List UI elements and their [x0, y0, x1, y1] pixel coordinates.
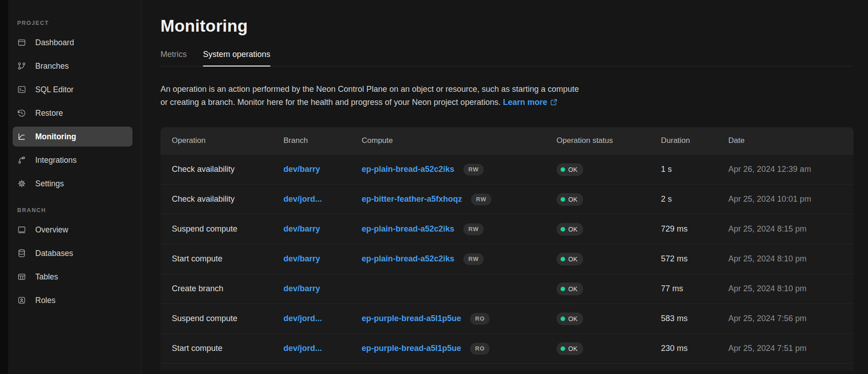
column-header-branch: Branch — [283, 136, 362, 145]
left-rail — [0, 0, 8, 374]
compute-mode-badge: RW — [463, 164, 484, 175]
compute-link[interactable]: ep-plain-bread-a52c2iks — [362, 224, 454, 234]
branch-link[interactable]: dev/barry — [283, 254, 320, 263]
branch-link[interactable]: dev/jord... — [283, 344, 322, 353]
status-dot-icon — [561, 227, 565, 232]
table-row: Create branch dev/barry OK 77 ms Apr 25,… — [160, 274, 854, 303]
sidebar: PROJECT Dashboard Branches SQL Editor Re… — [8, 0, 141, 374]
sidebar-item-sql-editor[interactable]: SQL Editor — [13, 80, 132, 99]
operations-table: Operation Branch Compute Operation statu… — [160, 127, 854, 370]
learn-more-link[interactable]: Learn more — [503, 98, 547, 107]
sidebar-section-items: Dashboard Branches SQL Editor Restore Mo… — [13, 33, 132, 194]
duration-cell: 230 ms — [661, 344, 728, 353]
branch-link[interactable]: dev/barry — [283, 224, 320, 233]
compute-cell: ep-purple-bread-a5l1p5ue RO — [362, 343, 557, 355]
compute-link[interactable]: ep-purple-bread-a5l1p5ue — [362, 344, 461, 353]
compute-cell: ep-plain-bread-a52c2iks RW — [362, 164, 557, 175]
sidebar-item-settings[interactable]: Settings — [13, 174, 132, 194]
main-content: Monitoring Metrics System operations An … — [141, 0, 868, 374]
status-badge: OK — [557, 253, 583, 265]
sidebar-item-integrations[interactable]: Integrations — [13, 150, 132, 170]
tab-system-operations[interactable]: System operations — [203, 50, 270, 66]
dashboard-icon — [17, 38, 26, 47]
restore-icon — [17, 109, 26, 118]
sidebar-section-label: PROJECT — [17, 20, 132, 26]
sidebar-item-databases[interactable]: Databases — [13, 243, 132, 263]
compute-link[interactable]: ep-plain-bread-a52c2iks — [362, 165, 454, 174]
compute-cell: ep-purple-bread-a5l1p5ue RO — [362, 313, 557, 325]
table-row: Start compute dev/jord... ep-purple-brea… — [160, 333, 854, 363]
branch-link[interactable]: dev/jord... — [283, 314, 322, 323]
sidebar-item-roles[interactable]: Roles — [13, 290, 132, 310]
sidebar-item-label: Branches — [35, 62, 69, 71]
operation-cell: Suspend compute — [160, 224, 283, 234]
table-row: Suspend compute dev/jord... ep-purple-br… — [160, 303, 854, 333]
sidebar-item-label: Settings — [35, 179, 64, 189]
table-row-partial — [160, 363, 854, 370]
branch-cell: dev/barry — [283, 284, 362, 294]
sidebar-section-items: Overview Databases Tables Roles — [13, 220, 132, 310]
external-link-icon — [550, 99, 557, 106]
sidebar-item-overview[interactable]: Overview — [13, 220, 132, 240]
sidebar-item-tables[interactable]: Tables — [13, 267, 132, 287]
sidebar-item-dashboard[interactable]: Dashboard — [13, 33, 132, 52]
status-cell: OK — [557, 193, 661, 206]
date-cell: Apr 25, 2024 7:51 pm — [728, 344, 854, 353]
date-cell: Apr 26, 2024 12:39 am — [728, 165, 854, 174]
sidebar-item-label: Integrations — [35, 156, 76, 165]
status-dot-icon — [561, 287, 565, 291]
sidebar-item-restore[interactable]: Restore — [13, 103, 132, 123]
sidebar-item-label: Restore — [35, 109, 63, 118]
column-header-date: Date — [728, 136, 854, 145]
operation-cell: Check availability — [160, 194, 283, 204]
duration-cell: 729 ms — [661, 224, 728, 234]
column-header-duration: Duration — [661, 136, 728, 145]
status-cell: OK — [557, 163, 661, 176]
compute-mode-badge: RW — [463, 253, 484, 265]
branch-cell: dev/jord... — [283, 314, 362, 323]
compute-mode-badge: RO — [470, 343, 490, 355]
integrations-icon — [17, 156, 26, 165]
sidebar-item-monitoring[interactable]: Monitoring — [13, 127, 132, 147]
duration-cell: 77 ms — [661, 284, 728, 294]
status-dot-icon — [561, 257, 565, 261]
roles-icon — [17, 296, 26, 305]
compute-mode-badge: RW — [463, 223, 484, 235]
compute-link[interactable]: ep-plain-bread-a52c2iks — [362, 254, 454, 264]
date-cell: Apr 25, 2024 10:01 pm — [728, 194, 854, 204]
date-cell: Apr 25, 2024 8:10 pm — [728, 284, 854, 294]
databases-icon — [17, 249, 26, 258]
sidebar-item-label: Monitoring — [35, 132, 76, 142]
branch-link[interactable]: dev/barry — [283, 165, 320, 174]
sidebar-item-label: Databases — [35, 249, 73, 258]
operations-description: An operation is an action performed by t… — [160, 83, 854, 109]
operation-cell: Start compute — [160, 344, 283, 353]
table-row: Check availability dev/barry ep-plain-br… — [160, 154, 854, 184]
date-cell: Apr 25, 2024 8:10 pm — [728, 254, 854, 264]
column-header-operation-status: Operation status — [557, 136, 661, 145]
status-label: OK — [568, 226, 577, 233]
settings-icon — [17, 179, 26, 188]
operation-cell: Check availability — [160, 165, 283, 174]
date-cell: Apr 25, 2024 7:56 pm — [728, 314, 854, 323]
branch-link[interactable]: dev/barry — [283, 284, 320, 293]
status-cell: OK — [557, 283, 661, 295]
sidebar-section: PROJECT Dashboard Branches SQL Editor Re… — [13, 20, 132, 194]
operation-cell: Start compute — [160, 254, 283, 264]
sidebar-item-label: Overview — [35, 225, 68, 235]
compute-mode-badge: RW — [471, 194, 491, 205]
tables-icon — [17, 272, 26, 281]
compute-link[interactable]: ep-purple-bread-a5l1p5ue — [362, 314, 461, 323]
compute-link[interactable]: ep-bitter-feather-a5fxhoqz — [362, 194, 462, 204]
table-body: Check availability dev/barry ep-plain-br… — [160, 154, 854, 370]
branches-icon — [17, 62, 26, 71]
tab-metrics[interactable]: Metrics — [160, 50, 187, 66]
sidebar-section-label: BRANCH — [17, 207, 132, 213]
status-badge: OK — [557, 223, 583, 236]
branch-link[interactable]: dev/jord... — [283, 194, 322, 204]
sidebar-item-branches[interactable]: Branches — [13, 56, 132, 76]
description-line-2: or creating a branch. Monitor here for t… — [160, 96, 854, 109]
table-row: Check availability dev/jord... ep-bitter… — [160, 184, 854, 214]
sidebar-item-label: Tables — [35, 272, 58, 282]
monitoring-icon — [17, 132, 26, 141]
